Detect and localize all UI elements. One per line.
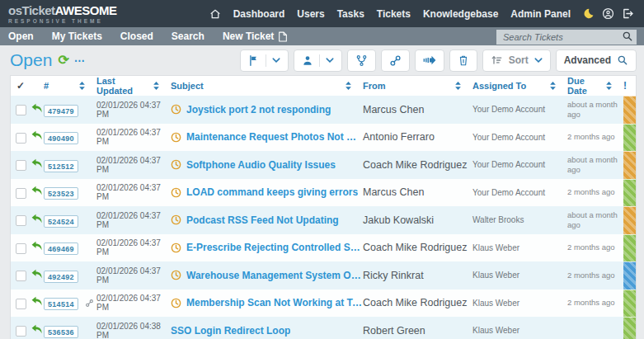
answered-reply-icon [31, 296, 43, 307]
assigned-to-cell: Walter Brooks [472, 206, 567, 234]
due-date-cell: 2 months ago [567, 234, 623, 262]
nav-admin-panel[interactable]: Admin Panel [510, 8, 571, 20]
last-updated-cell: 02/01/2026 04:37 PM [96, 206, 171, 234]
header-from[interactable]: From [363, 76, 472, 96]
assigned-to-cell: Your Demo Account [472, 179, 567, 207]
merge-tickets-button[interactable] [347, 49, 376, 72]
dark-mode-moon-icon[interactable] [582, 7, 595, 20]
transfer-ticket-button[interactable] [415, 49, 444, 72]
ticket-subject-link[interactable]: Warehouse Management System Offline [186, 270, 363, 281]
assigned-to-cell: Your Demo Account [472, 151, 567, 179]
ticket-subject-link[interactable]: LOAD command keeps giving errors [186, 186, 358, 198]
row-checkbox[interactable] [16, 271, 26, 281]
person-icon [302, 54, 313, 67]
assign-agent-button[interactable] [294, 49, 342, 72]
priority-bar [623, 317, 636, 339]
ticket-number-link[interactable]: 469469 [44, 242, 78, 255]
table-row[interactable]: 512512 02/01/2026 04:37 PM Softphone Aud… [11, 151, 636, 179]
ticket-subject-link[interactable]: SSO Login Redirect Loop [171, 325, 290, 337]
ticket-number-link[interactable]: 512512 [44, 160, 78, 172]
ticket-list-panel: ✓ # Last Updated Subject [10, 75, 637, 339]
last-updated-cell: 02/01/2026 04:37 PM [96, 124, 171, 152]
row-checkbox[interactable] [16, 243, 26, 254]
logo-main-text: osTicket [8, 3, 55, 17]
table-row[interactable]: 469469 02/01/2026 04:37 PM E-Prescribe R… [11, 234, 636, 262]
table-row[interactable]: 514514 02/01/2026 04:37 PM Membership Sc… [11, 290, 636, 318]
nav-my-tickets[interactable]: My Tickets [43, 31, 111, 42]
row-checkbox[interactable] [16, 299, 26, 309]
table-row[interactable]: 479479 02/01/2026 04:37 PM Joystick port… [11, 96, 636, 124]
button-divider [319, 54, 320, 67]
answered-reply-icon [31, 214, 43, 224]
table-row[interactable]: 536536 02/01/2026 04:38 PM SSO Login Red… [11, 317, 636, 339]
main-content: Open ⟳ ⋯ [0, 45, 644, 339]
sort-icon [346, 82, 351, 90]
ticket-subject-link[interactable]: Maintenance Request Photos Not Uploading [186, 131, 363, 143]
ticket-number-link[interactable]: 524524 [44, 215, 78, 228]
nav-tickets[interactable]: Tickets [377, 8, 411, 20]
ticket-number-link[interactable]: 536536 [44, 326, 78, 338]
nav-open[interactable]: Open [8, 31, 43, 42]
table-row[interactable]: 524524 02/01/2026 04:37 PM Podcast RSS F… [11, 206, 636, 234]
sort-icon [550, 82, 556, 90]
ticket-subject-link[interactable]: Membership Scan Not Working at Turnstile [186, 297, 363, 308]
header-priority[interactable]: ! [623, 76, 636, 96]
refresh-icon[interactable]: ⟳ [58, 54, 68, 67]
overdue-clock-icon [171, 242, 181, 253]
ticket-number-link[interactable]: 492492 [44, 271, 78, 283]
table-row[interactable]: 523523 02/01/2026 04:37 PM LOAD command … [11, 179, 636, 207]
row-checkbox[interactable] [16, 133, 26, 144]
row-checkbox[interactable] [16, 215, 26, 226]
search-input[interactable] [496, 30, 637, 45]
ticket-number-link[interactable]: 523523 [44, 187, 78, 200]
header-number-label: # [44, 81, 49, 91]
nav-dashboard[interactable]: Dashboard [233, 8, 285, 20]
nav-tasks[interactable]: Tasks [337, 8, 364, 20]
ticket-subject-link[interactable]: E-Prescribe Rejecting Controlled Substan… [186, 242, 363, 253]
from-cell: Marcus Chen [363, 179, 472, 207]
nav-closed[interactable]: Closed [111, 31, 162, 42]
ticket-subject-link[interactable]: Podcast RSS Feed Not Updating [186, 214, 339, 226]
answered-reply-icon [31, 269, 43, 280]
due-date-cell: about a month ago [567, 151, 623, 179]
header-number[interactable]: # [44, 76, 96, 96]
sort-button[interactable]: Sort [482, 49, 551, 72]
row-checkbox[interactable] [16, 160, 26, 171]
ticket-number-link[interactable]: 514514 [44, 298, 78, 310]
flag-priority-button[interactable] [240, 49, 289, 72]
search-icon[interactable] [622, 31, 633, 45]
overdue-clock-icon [171, 132, 181, 143]
nav-search[interactable]: Search [162, 31, 214, 42]
nav-users[interactable]: Users [297, 8, 324, 20]
home-icon[interactable] [209, 8, 221, 20]
page-title: Open [10, 50, 52, 70]
row-checkbox[interactable] [16, 326, 26, 337]
answered-reply-icon [31, 103, 43, 114]
nav-new-ticket[interactable]: New Ticket [214, 31, 297, 42]
row-checkbox[interactable] [16, 105, 26, 115]
row-checkbox[interactable] [16, 188, 26, 199]
logout-icon[interactable] [622, 7, 634, 20]
select-all-header[interactable]: ✓ [11, 76, 31, 96]
nav-knowledgebase[interactable]: Knowledgebase [423, 8, 498, 20]
transfer-arrow-icon [423, 54, 436, 66]
user-account-icon[interactable] [602, 7, 614, 20]
header-due-date[interactable]: Due Date [567, 76, 623, 96]
table-row[interactable]: 492492 02/01/2026 04:37 PM Warehouse Man… [11, 261, 636, 290]
ticket-number-link[interactable]: 490490 [44, 132, 78, 144]
header-last-updated[interactable]: Last Updated [96, 76, 171, 96]
ticket-subject-link[interactable]: Softphone Audio Quality Issues [186, 159, 336, 171]
header-assigned-to[interactable]: Assigned To [472, 76, 567, 96]
assigned-to-cell: Klaus Weber [472, 317, 567, 339]
ticket-number-link[interactable]: 479479 [44, 105, 78, 117]
table-row[interactable]: 490490 02/01/2026 04:37 PM Maintenance R… [11, 124, 636, 152]
from-cell: Ricky Rinkrat [363, 261, 472, 290]
delete-ticket-button[interactable] [449, 49, 477, 72]
header-subject[interactable]: Subject [171, 76, 363, 96]
sort-icon [606, 82, 612, 90]
link-tickets-button[interactable] [381, 49, 410, 72]
queue-options-ellipsis-icon[interactable]: ⋯ [74, 54, 86, 67]
advanced-search-button[interactable]: Advanced [556, 49, 637, 72]
answered-reply-icon [31, 186, 43, 196]
ticket-subject-link[interactable]: Joystick port 2 not responding [186, 104, 331, 115]
